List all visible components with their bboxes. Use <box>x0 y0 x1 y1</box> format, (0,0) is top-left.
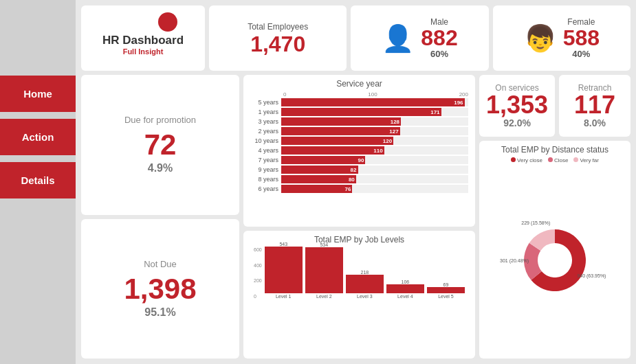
job-bar-fill <box>386 284 424 293</box>
sidebar: Home Action Details <box>0 0 76 364</box>
due-value: 72 <box>144 130 177 159</box>
bar-label: 6 years <box>250 185 281 192</box>
female-value: 588 <box>563 27 600 49</box>
bar-value: 120 <box>383 138 392 144</box>
job-bar-value: 543 <box>279 242 287 247</box>
job-bar-value: 106 <box>402 280 410 284</box>
job-bar-label: Level 5 <box>438 294 454 299</box>
bar-value: 171 <box>430 109 439 115</box>
sidebar-item-details[interactable]: Details <box>0 162 76 198</box>
bar-track: 80 <box>281 175 468 183</box>
bar-track: 196 <box>281 98 468 106</box>
bar-track: 171 <box>281 108 468 116</box>
bar-label: 2 years <box>250 128 281 135</box>
legend-very-far: Very far <box>573 157 599 163</box>
not-due-label: Not Due <box>144 259 177 269</box>
female-card: 👦 Female 588 40% <box>493 5 630 71</box>
bar-label: 5 years <box>250 99 281 106</box>
male-icon: 👤 <box>382 23 414 54</box>
not-due-card: Not Due 1,398 95.1% <box>81 219 239 359</box>
main-content: HR Dashboard Full Insight Total Employee… <box>76 0 636 364</box>
sidebar-item-home[interactable]: Home <box>0 76 76 112</box>
bar-label: 10 years <box>250 137 281 144</box>
bar-value: 76 <box>344 186 351 192</box>
on-services-card: On services 1,353 92.0% <box>479 75 555 137</box>
left-column: Due for promotion 72 4.9% Not Due 1,398 … <box>81 75 239 359</box>
job-bar-col: 534 Level 2 <box>305 242 343 299</box>
bar-value: 82 <box>351 167 357 173</box>
job-bar-col: 543 Level 1 <box>265 242 303 299</box>
job-bar-label: Level 4 <box>397 294 413 299</box>
bar-track: 120 <box>281 137 468 145</box>
header-card: HR Dashboard Full Insight <box>81 5 205 71</box>
bar-track: 82 <box>281 166 468 174</box>
bar-value: 128 <box>391 119 399 125</box>
dashboard-subtitle: Full Insight <box>123 47 164 56</box>
service-bar-row: 4 years 110 <box>250 146 468 155</box>
bar-fill: 90 <box>281 156 365 164</box>
bar-label: 4 years <box>250 147 281 154</box>
job-bar-label: Level 1 <box>276 294 292 299</box>
due-promotion-card: Due for promotion 72 4.9% <box>81 75 239 215</box>
bar-fill: 82 <box>281 166 358 174</box>
bar-fill: 76 <box>281 185 352 193</box>
bar-fill: 80 <box>281 175 356 183</box>
bar-track: 127 <box>281 127 468 135</box>
service-bar-row: 2 years 127 <box>250 127 468 135</box>
bar-value: 80 <box>349 177 355 183</box>
service-bar-row: 1 years 171 <box>250 108 468 116</box>
male-pct: 60% <box>430 49 448 59</box>
right-column: On services 1,353 92.0% Retranch 117 8.0… <box>479 75 630 359</box>
retranch-pct: 8.0% <box>584 117 606 128</box>
svg-text:229 (15.58%): 229 (15.58%) <box>521 220 550 226</box>
service-bar-row: 7 years 90 <box>250 156 468 164</box>
bar-fill: 171 <box>281 108 441 116</box>
donut-svg: 940 (63.95%)301 (20.48%)229 (15.58%) <box>500 219 610 302</box>
svg-text:940 (63.95%): 940 (63.95%) <box>577 273 606 279</box>
female-icon: 👦 <box>524 23 556 54</box>
service-year-card: Service year 0100200 5 years 196 1 years… <box>243 75 475 227</box>
service-bar-row: 8 years 80 <box>250 175 468 183</box>
legend-very-close: Very close <box>511 157 542 163</box>
bar-label: 9 years <box>250 166 281 173</box>
service-bar-chart: 0100200 5 years 196 1 years 171 3 years … <box>250 91 468 193</box>
job-bar-value: 69 <box>443 282 449 287</box>
sidebar-item-action[interactable]: Action <box>0 119 76 155</box>
bar-value: 110 <box>373 148 382 154</box>
not-due-pct: 95.1% <box>144 306 175 319</box>
job-bar-chart: 6004002000 543 Level 1 534 Level 2 218 L… <box>250 247 468 299</box>
donut-chart: 940 (63.95%)301 (20.48%)229 (15.58%) <box>486 166 624 354</box>
job-bar-col: 218 Level 3 <box>346 270 384 299</box>
bar-label: 1 years <box>250 109 281 115</box>
bar-label: 3 years <box>250 118 281 125</box>
service-bar-row: 9 years 82 <box>250 166 468 174</box>
top-row: HR Dashboard Full Insight Total Employee… <box>81 5 630 71</box>
not-due-value: 1,398 <box>124 275 196 304</box>
total-employees-value: 1,470 <box>250 33 305 55</box>
job-bar-col: 69 Level 5 <box>427 282 465 299</box>
bar-value: 127 <box>389 128 398 135</box>
job-bar-label: Level 3 <box>357 294 373 299</box>
job-bar-fill <box>427 287 465 293</box>
distance-card: Total EMP by Distance status Very close … <box>479 141 630 359</box>
bar-fill: 196 <box>281 98 465 106</box>
job-bar-value: 534 <box>320 242 328 247</box>
male-info: Male 882 60% <box>421 17 457 59</box>
on-services-value: 1,353 <box>486 93 548 117</box>
job-bar-fill <box>265 247 303 293</box>
female-pct: 40% <box>572 49 590 59</box>
bar-track: 90 <box>281 156 468 164</box>
bar-fill: 110 <box>281 146 384 155</box>
charts-column: Service year 0100200 5 years 196 1 years… <box>243 75 475 359</box>
on-services-pct: 92.0% <box>503 117 531 128</box>
distance-legend: Very close Close Very far <box>486 157 624 163</box>
svg-text:301 (20.48%): 301 (20.48%) <box>500 258 529 264</box>
bar-label: 8 years <box>250 176 281 183</box>
service-bar-row: 6 years 76 <box>250 185 468 193</box>
job-bar-label: Level 2 <box>316 294 332 299</box>
bar-track: 128 <box>281 117 468 126</box>
job-levels-card: Total EMP by Job Levels 6004002000 543 L… <box>243 231 475 359</box>
distance-title: Total EMP by Distance status <box>486 145 624 155</box>
due-label: Due for promotion <box>124 115 196 125</box>
total-employees-card: Total Employees 1,470 <box>209 5 347 71</box>
